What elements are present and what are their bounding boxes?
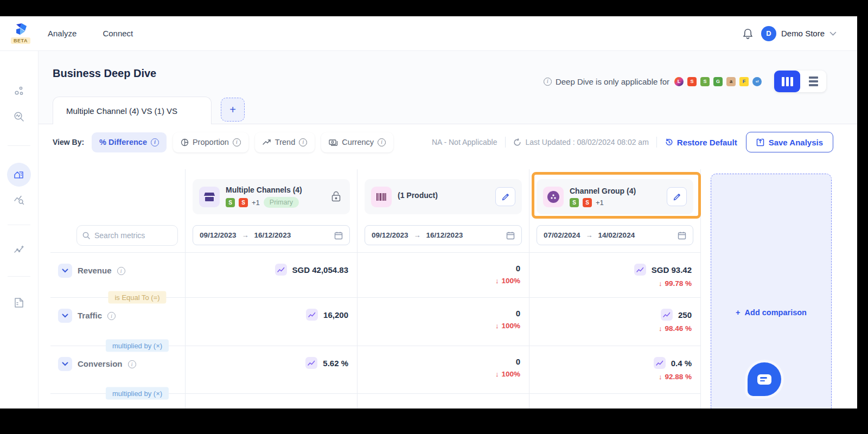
more-channels-count: +1 (252, 199, 260, 207)
top-navbar: BETA Analyze Connect D Demo Store (0, 16, 857, 51)
column-header-multiple-channels: Multiple Channels (4) S S +1 Primary (185, 169, 357, 252)
operator-badge-multiply: multiplied by (×) (106, 340, 169, 352)
column-header-channel-group: Channel Group (4) S S +1 (529, 169, 701, 252)
tab-multiple-channel[interactable]: Multiple Channel (4) VS (1) VS (53, 97, 212, 124)
arrow-right-icon: → (414, 231, 421, 239)
calendar-icon (334, 231, 343, 240)
metric-value: SGD 42,054.83 (292, 265, 348, 275)
save-analysis-button[interactable]: Save Analysis (746, 132, 833, 152)
sidebar-item-nodes[interactable] (13, 85, 25, 97)
metric-label: Conversion (78, 357, 123, 371)
edit-column-button[interactable] (667, 187, 687, 206)
column-title: Channel Group (4) (570, 187, 667, 195)
notification-bell-icon[interactable] (742, 28, 754, 40)
na-note: NA - Not Applicable (432, 138, 497, 146)
primary-badge: Primary (264, 197, 299, 208)
metric-value: 250 (678, 310, 692, 320)
metric-value: 0 (516, 264, 520, 273)
down-arrow-icon: ↓ (659, 324, 662, 333)
sidebar-item-pulse-search[interactable] (13, 111, 25, 123)
beta-badge: BETA (11, 37, 30, 44)
page-title: Business Deep Dive (53, 67, 156, 80)
sparkline-icon[interactable] (654, 357, 666, 369)
date-range-picker[interactable]: 07/02/2024 → 14/02/2024 (537, 225, 693, 245)
search-metrics-input[interactable] (94, 231, 165, 240)
nav-link-analyze[interactable]: Analyze (48, 29, 76, 38)
comparison-table: Multiple Channels (4) S S +1 Primary (50, 169, 701, 409)
column-title: Multiple Channels (4) (226, 186, 331, 194)
info-icon[interactable]: i (107, 312, 116, 320)
metric-value: 16,200 (323, 310, 348, 320)
sidebar-divider (8, 225, 30, 225)
column-header-product: (1 Product) 09/12/2023 → 16/12/2023 (357, 169, 529, 252)
salesforce-icon: sf (752, 77, 762, 86)
applicable-note: Deep Dive is only applicable for (556, 77, 669, 86)
app-window: BETA Analyze Connect D Demo Store (0, 16, 857, 409)
nav-link-connect[interactable]: Connect (103, 29, 133, 38)
store-switcher[interactable]: D Demo Store (761, 26, 837, 41)
sparkline-icon[interactable] (634, 264, 646, 276)
channel-group-icon (543, 187, 564, 207)
amazon-icon: a (726, 77, 736, 86)
info-icon: i (299, 138, 307, 146)
sparkline-icon[interactable] (306, 309, 318, 321)
view-by-label: View By: (53, 138, 84, 146)
calendar-icon (506, 231, 515, 240)
search-icon (82, 232, 90, 239)
diff-badge: ↓98.46 % (659, 324, 692, 333)
info-icon: i (378, 138, 386, 146)
avatar: D (761, 26, 776, 41)
metric-value: 0.4 % (671, 359, 692, 368)
list-view-button[interactable] (800, 71, 826, 92)
refresh-icon (513, 138, 521, 146)
add-tab-button[interactable]: + (221, 98, 245, 122)
expand-row-button[interactable] (58, 264, 72, 278)
sidebar-item-trend[interactable] (13, 244, 25, 256)
restore-default-button[interactable]: Restore Default (665, 138, 737, 147)
grabmart-icon: G (713, 77, 723, 86)
pill-proportion[interactable]: Proportioni (173, 132, 248, 152)
sparkline-icon[interactable] (275, 264, 287, 276)
sidebar-item-report[interactable] (14, 297, 24, 309)
diff-badge: ↓92.88 % (659, 373, 692, 381)
main-content: Business Deep Dive i Deep Dive is only a… (39, 51, 857, 409)
info-icon[interactable]: i (117, 267, 125, 275)
lock-icon (331, 191, 341, 202)
operator-badge-equal: is Equal To (=) (108, 291, 166, 304)
letterbox-bottom (0, 409, 868, 434)
date-range-picker[interactable]: 09/12/2023 → 16/12/2023 (193, 225, 350, 245)
pill-difference[interactable]: % Differencei (92, 132, 167, 152)
metric-header-cell (50, 169, 185, 252)
arrow-right-icon: → (242, 231, 249, 239)
expand-row-button[interactable] (58, 309, 72, 323)
sidebar-item-business-active[interactable] (7, 163, 31, 187)
operator-badge-multiply: multiplied by (×) (106, 387, 169, 400)
pill-trend[interactable]: Trendi (255, 132, 315, 152)
info-icon[interactable]: i (544, 78, 552, 86)
shopee-icon: S (239, 198, 248, 207)
sparkline-icon[interactable] (305, 357, 317, 369)
sidebar-item-chart-search[interactable] (13, 194, 25, 206)
barcode-icon (371, 187, 392, 207)
date-range-picker[interactable]: 09/12/2023 → 16/12/2023 (365, 225, 522, 245)
expand-row-button[interactable] (58, 357, 72, 371)
info-icon[interactable]: i (128, 360, 136, 368)
shopify-icon: S (700, 77, 710, 86)
metric-label: Revenue (78, 264, 112, 278)
metric-value: 0 (516, 309, 520, 318)
pill-currency[interactable]: Currencyi (321, 132, 393, 152)
calendar-icon (678, 231, 686, 240)
sidebar-divider (8, 145, 30, 146)
column-view-button[interactable] (774, 71, 800, 92)
diff-badge: ↓100% (495, 370, 520, 378)
plus-icon: + (736, 308, 740, 317)
letterbox-right (857, 0, 868, 434)
diff-badge: ↓99.78 % (659, 279, 692, 288)
chat-bubble-icon (757, 374, 771, 385)
sparkline-icon[interactable] (661, 309, 673, 321)
chat-widget-button[interactable] (748, 362, 781, 396)
left-sidebar (0, 51, 39, 409)
brand-logo[interactable]: BETA (8, 23, 34, 44)
edit-column-button[interactable] (495, 187, 515, 206)
down-arrow-icon: ↓ (495, 277, 499, 285)
